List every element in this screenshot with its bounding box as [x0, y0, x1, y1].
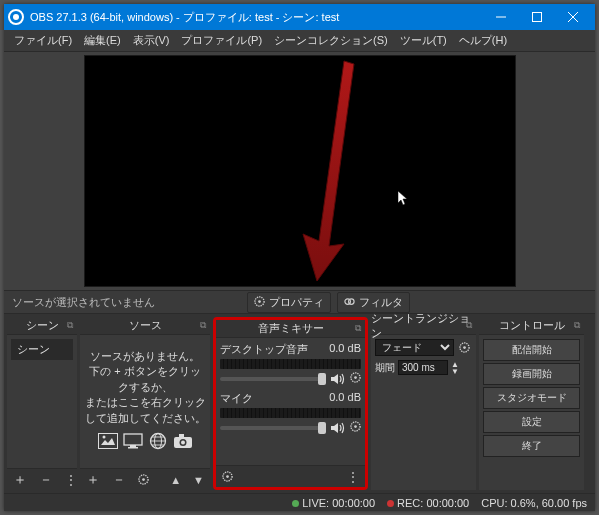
svg-point-2 — [258, 300, 261, 303]
sources-panel: ソース⧉ ソースがありません。 下の + ボタンをクリックするか、 またはここを… — [80, 317, 210, 490]
mixer-gear-icon[interactable] — [350, 421, 361, 434]
sources-title: ソース — [129, 318, 162, 333]
filters-label: フィルタ — [359, 295, 403, 310]
sources-empty-text: ソースがありません。 下の + ボタンをクリックするか、 またはここを右クリック… — [84, 349, 206, 426]
scene-menu-button[interactable]: ⋮ — [63, 473, 79, 487]
add-source-button[interactable]: ＋ — [84, 471, 102, 489]
svg-rect-13 — [179, 434, 184, 437]
transition-select[interactable]: フェード — [375, 339, 454, 356]
minimize-button[interactable] — [483, 4, 519, 30]
transitions-panel: シーントランジション⧉ フェード 期間 ▲▼ — [371, 317, 476, 490]
live-status: LIVE: 00:00:00 — [292, 497, 375, 509]
menu-scenecollection[interactable]: シーンコレクション(S) — [268, 30, 394, 51]
titlebar: OBS 27.1.3 (64-bit, windows) - プロファイル: t… — [4, 4, 595, 30]
start-recording-button[interactable]: 録画開始 — [483, 363, 580, 385]
menu-edit[interactable]: 編集(E) — [78, 30, 127, 51]
source-settings-button[interactable] — [136, 472, 151, 488]
svg-rect-7 — [124, 434, 142, 445]
exit-button[interactable]: 終了 — [483, 435, 580, 457]
controls-panel: コントロール⧉ 配信開始 録画開始 スタジオモード 設定 終了 — [479, 317, 584, 490]
rec-status: REC: 00:00:00 — [387, 497, 469, 509]
svg-point-17 — [142, 478, 145, 481]
undock-icon[interactable]: ⧉ — [574, 320, 580, 331]
menu-profile[interactable]: プロファイル(P) — [175, 30, 268, 51]
mixer-source-name: デスクトップ音声 — [220, 342, 308, 357]
undock-icon[interactable]: ⧉ — [466, 320, 472, 331]
mixer-settings-button[interactable] — [220, 469, 235, 485]
controls-title: コントロール — [499, 318, 565, 333]
source-toolbar: ソースが選択されていません プロパティ フィルタ — [4, 290, 595, 314]
svg-point-15 — [181, 440, 185, 444]
svg-point-21 — [354, 425, 357, 428]
no-selection-text: ソースが選択されていません — [12, 295, 155, 310]
mixer-source-mic: マイク0.0 dB — [220, 391, 361, 434]
statusbar: LIVE: 00:00:00 REC: 00:00:00 CPU: 0.6%, … — [4, 493, 595, 511]
window-title: OBS 27.1.3 (64-bit, windows) - プロファイル: t… — [30, 10, 483, 25]
mixer-title: 音声ミキサー — [258, 321, 324, 336]
volume-slider[interactable] — [220, 426, 326, 430]
duration-label: 期間 — [375, 361, 395, 375]
svg-rect-8 — [130, 445, 136, 447]
filters-button[interactable]: フィルタ — [337, 292, 410, 313]
start-streaming-button[interactable]: 配信開始 — [483, 339, 580, 361]
speaker-icon[interactable] — [331, 373, 345, 385]
svg-rect-9 — [128, 447, 138, 449]
undock-icon[interactable]: ⧉ — [67, 320, 73, 331]
menu-tools[interactable]: ツール(T) — [394, 30, 453, 51]
dock-panels: シーン⧉ シーン ＋ － ⋮ ソース⧉ ソースがありません。 下の + ボタンを… — [4, 314, 595, 493]
menu-help[interactable]: ヘルプ(H) — [453, 30, 513, 51]
menu-view[interactable]: 表示(V) — [127, 30, 176, 51]
app-icon — [8, 9, 24, 25]
svg-point-4 — [349, 298, 355, 304]
volume-meter — [220, 359, 361, 369]
settings-button[interactable]: 設定 — [483, 411, 580, 433]
cpu-status: CPU: 0.6%, 60.00 fps — [481, 497, 587, 509]
image-icon — [97, 432, 119, 450]
svg-rect-0 — [533, 13, 542, 22]
mixer-menu-button[interactable]: ⋮ — [345, 470, 361, 484]
svg-rect-5 — [98, 433, 117, 448]
camera-icon — [172, 432, 194, 450]
scenes-panel: シーン⧉ シーン ＋ － ⋮ — [7, 317, 77, 490]
scene-item[interactable]: シーン — [11, 339, 73, 360]
preview-area[interactable] — [4, 52, 595, 290]
remove-scene-button[interactable]: － — [37, 471, 55, 489]
svg-point-25 — [463, 346, 466, 349]
remove-source-button[interactable]: － — [110, 471, 128, 489]
svg-point-23 — [226, 475, 229, 478]
properties-button[interactable]: プロパティ — [247, 292, 331, 313]
move-down-button[interactable]: ▼ — [191, 474, 206, 486]
scenes-title: シーン — [26, 318, 59, 333]
transitions-title: シーントランジション — [371, 311, 476, 341]
close-button[interactable] — [555, 4, 591, 30]
undock-icon[interactable]: ⧉ — [200, 320, 206, 331]
undock-icon[interactable]: ⧉ — [355, 323, 361, 334]
globe-icon — [147, 432, 169, 450]
duration-stepper[interactable]: ▲▼ — [451, 361, 459, 375]
transition-settings-button[interactable] — [457, 340, 472, 356]
mixer-source-name: マイク — [220, 391, 253, 406]
speaker-icon[interactable] — [331, 422, 345, 434]
display-icon — [122, 432, 144, 450]
mixer-gear-icon[interactable] — [350, 372, 361, 385]
gear-icon — [254, 296, 265, 309]
mixer-source-desktop: デスクトップ音声0.0 dB — [220, 342, 361, 385]
app-window: OBS 27.1.3 (64-bit, windows) - プロファイル: t… — [4, 4, 595, 511]
menubar: ファイル(F) 編集(E) 表示(V) プロファイル(P) シーンコレクション(… — [4, 30, 595, 52]
audio-mixer-panel: 音声ミキサー⧉ デスクトップ音声0.0 dB マ — [213, 317, 368, 490]
properties-label: プロパティ — [269, 295, 324, 310]
mixer-db-value: 0.0 dB — [329, 391, 361, 406]
studio-mode-button[interactable]: スタジオモード — [483, 387, 580, 409]
source-type-icons — [84, 432, 206, 450]
menu-file[interactable]: ファイル(F) — [8, 30, 78, 51]
maximize-button[interactable] — [519, 4, 555, 30]
filter-icon — [344, 297, 355, 308]
volume-slider[interactable] — [220, 377, 326, 381]
duration-input[interactable] — [398, 360, 448, 375]
volume-meter — [220, 408, 361, 418]
add-scene-button[interactable]: ＋ — [11, 471, 29, 489]
mixer-db-value: 0.0 dB — [329, 342, 361, 357]
move-up-button[interactable]: ▲ — [168, 474, 183, 486]
svg-point-19 — [354, 376, 357, 379]
preview-canvas[interactable] — [85, 56, 515, 286]
